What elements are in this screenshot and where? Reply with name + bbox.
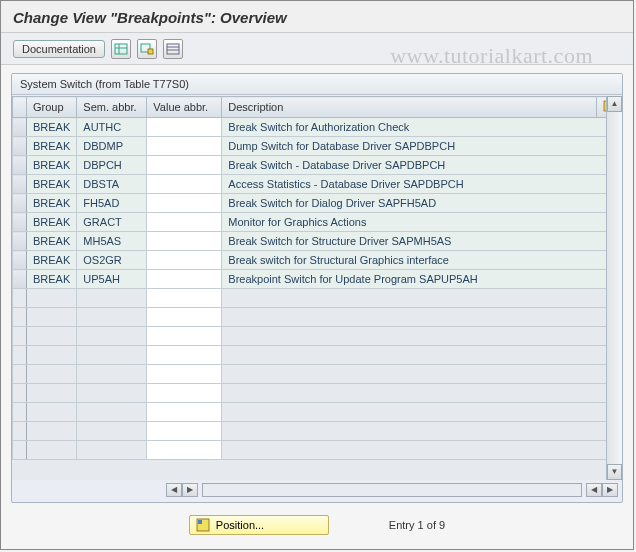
- scroll-left-icon[interactable]: ◀: [166, 483, 182, 497]
- cell-sem[interactable]: UP5AH: [77, 270, 147, 289]
- cell-group[interactable]: .: [27, 327, 77, 346]
- cell-val[interactable]: [147, 156, 222, 175]
- row-selector[interactable]: [13, 137, 27, 156]
- cell-sem[interactable]: FH5AD: [77, 194, 147, 213]
- cell-desc[interactable]: .: [222, 403, 622, 422]
- vertical-scrollbar[interactable]: ▲ ▼: [606, 96, 622, 480]
- cell-sem[interactable]: .: [77, 327, 147, 346]
- table-row-empty[interactable]: ....: [13, 346, 622, 365]
- col-group[interactable]: Group: [27, 97, 77, 118]
- row-selector[interactable]: [13, 441, 27, 460]
- cell-group[interactable]: .: [27, 403, 77, 422]
- row-selector[interactable]: [13, 156, 27, 175]
- scroll-left2-icon[interactable]: ◀: [586, 483, 602, 497]
- scroll-right-icon[interactable]: ▶: [182, 483, 198, 497]
- table-settings-icon[interactable]: [163, 39, 183, 59]
- cell-group[interactable]: BREAK: [27, 137, 77, 156]
- row-selector[interactable]: [13, 270, 27, 289]
- cell-val[interactable]: .: [147, 289, 222, 308]
- table-row[interactable]: BREAKGRACTMonitor for Graphics Actions: [13, 213, 622, 232]
- cell-desc[interactable]: .: [222, 346, 622, 365]
- scroll-right2-icon[interactable]: ▶: [602, 483, 618, 497]
- cell-sem[interactable]: DBPCH: [77, 156, 147, 175]
- cell-sem[interactable]: .: [77, 289, 147, 308]
- cell-group[interactable]: BREAK: [27, 118, 77, 137]
- cell-desc[interactable]: Break Switch for Authorization Check: [222, 118, 622, 137]
- col-val[interactable]: Value abbr.: [147, 97, 222, 118]
- cell-group[interactable]: BREAK: [27, 270, 77, 289]
- cell-sem[interactable]: .: [77, 403, 147, 422]
- table-row-empty[interactable]: ....: [13, 384, 622, 403]
- scroll-track[interactable]: [202, 483, 582, 497]
- cell-val[interactable]: .: [147, 327, 222, 346]
- cell-group[interactable]: .: [27, 422, 77, 441]
- cell-val[interactable]: [147, 270, 222, 289]
- cell-desc[interactable]: .: [222, 327, 622, 346]
- cell-group[interactable]: BREAK: [27, 194, 77, 213]
- row-selector[interactable]: [13, 175, 27, 194]
- cell-desc[interactable]: Break Switch - Database Driver SAPDBPCH: [222, 156, 622, 175]
- col-sem[interactable]: Sem. abbr.: [77, 97, 147, 118]
- cell-group[interactable]: BREAK: [27, 156, 77, 175]
- cell-desc[interactable]: .: [222, 289, 622, 308]
- table-row[interactable]: BREAKDBSTAAccess Statistics - Database D…: [13, 175, 622, 194]
- cell-desc[interactable]: Access Statistics - Database Driver SAPD…: [222, 175, 622, 194]
- row-selector[interactable]: [13, 232, 27, 251]
- table-row[interactable]: BREAKDBPCHBreak Switch - Database Driver…: [13, 156, 622, 175]
- table-row-empty[interactable]: ....: [13, 441, 622, 460]
- row-selector[interactable]: [13, 346, 27, 365]
- cell-desc[interactable]: .: [222, 422, 622, 441]
- cell-desc[interactable]: Break Switch for Dialog Driver SAPFH5AD: [222, 194, 622, 213]
- table-row[interactable]: BREAKOS2GRBreak switch for Structural Gr…: [13, 251, 622, 270]
- cell-val[interactable]: [147, 251, 222, 270]
- col-desc[interactable]: Description: [222, 97, 597, 118]
- position-button[interactable]: Position...: [189, 515, 329, 535]
- cell-sem[interactable]: MH5AS: [77, 232, 147, 251]
- table-row-empty[interactable]: ....: [13, 365, 622, 384]
- cell-group[interactable]: BREAK: [27, 175, 77, 194]
- row-selector[interactable]: [13, 213, 27, 232]
- cell-desc[interactable]: .: [222, 308, 622, 327]
- table-row[interactable]: BREAKMH5ASBreak Switch for Structure Dri…: [13, 232, 622, 251]
- table-row[interactable]: BREAKUP5AHBreakpoint Switch for Update P…: [13, 270, 622, 289]
- cell-sem[interactable]: GRACT: [77, 213, 147, 232]
- cell-val[interactable]: .: [147, 384, 222, 403]
- cell-val[interactable]: [147, 213, 222, 232]
- documentation-button[interactable]: Documentation: [13, 40, 105, 58]
- cell-group[interactable]: .: [27, 441, 77, 460]
- cell-sem[interactable]: .: [77, 346, 147, 365]
- row-selector[interactable]: [13, 289, 27, 308]
- table-view-icon[interactable]: [111, 39, 131, 59]
- cell-val[interactable]: .: [147, 422, 222, 441]
- cell-val[interactable]: .: [147, 308, 222, 327]
- cell-desc[interactable]: .: [222, 441, 622, 460]
- row-selector[interactable]: [13, 403, 27, 422]
- row-selector[interactable]: [13, 327, 27, 346]
- cell-sem[interactable]: OS2GR: [77, 251, 147, 270]
- table-row-empty[interactable]: ....: [13, 308, 622, 327]
- cell-sem[interactable]: .: [77, 441, 147, 460]
- cell-desc[interactable]: .: [222, 365, 622, 384]
- table-save-icon[interactable]: [137, 39, 157, 59]
- cell-desc[interactable]: Breakpoint Switch for Update Program SAP…: [222, 270, 622, 289]
- cell-group[interactable]: BREAK: [27, 251, 77, 270]
- row-selector[interactable]: [13, 118, 27, 137]
- cell-val[interactable]: .: [147, 365, 222, 384]
- cell-sem[interactable]: .: [77, 384, 147, 403]
- cell-sem[interactable]: .: [77, 308, 147, 327]
- row-selector[interactable]: [13, 384, 27, 403]
- cell-val[interactable]: [147, 232, 222, 251]
- cell-sem[interactable]: DBDMP: [77, 137, 147, 156]
- cell-desc[interactable]: Monitor for Graphics Actions: [222, 213, 622, 232]
- table-row-empty[interactable]: ....: [13, 327, 622, 346]
- cell-sem[interactable]: .: [77, 422, 147, 441]
- cell-sem[interactable]: .: [77, 365, 147, 384]
- cell-val[interactable]: [147, 175, 222, 194]
- cell-val[interactable]: .: [147, 346, 222, 365]
- row-selector[interactable]: [13, 251, 27, 270]
- row-selector[interactable]: [13, 308, 27, 327]
- cell-sem[interactable]: DBSTA: [77, 175, 147, 194]
- cell-group[interactable]: BREAK: [27, 213, 77, 232]
- cell-group[interactable]: .: [27, 289, 77, 308]
- row-selector[interactable]: [13, 422, 27, 441]
